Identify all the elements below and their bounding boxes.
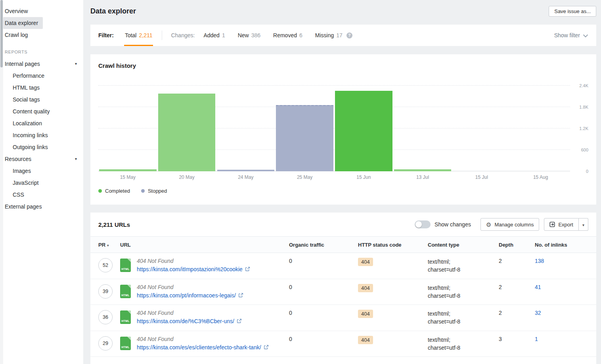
sidebar-item-social-tags[interactable]: Social tags — [3, 94, 83, 105]
sidebar-item-incoming-links[interactable]: Incoming links — [3, 129, 83, 141]
y-axis-tick: 1.8K — [572, 105, 588, 109]
changes-label: Changes: — [171, 32, 195, 38]
organic-traffic-value: 0 — [289, 336, 358, 342]
url-link[interactable]: https://kinsta.com/pt/informacoes-legais… — [137, 292, 236, 299]
chart-bar-20-may[interactable] — [158, 94, 215, 171]
sidebar-item-crawl-log[interactable]: Crawl log — [3, 29, 82, 41]
legend-item-stopped[interactable]: Stopped — [141, 188, 167, 194]
bar-slot — [275, 86, 334, 171]
organic-traffic-value: 0 — [289, 310, 358, 316]
show-filter-button[interactable]: Show filter — [554, 32, 588, 38]
page-header: Data explorer Save issue as... — [90, 0, 596, 22]
url-link[interactable]: https://kinsta.com/de/%C3%BCber-uns/ — [137, 318, 234, 324]
chart-bar-25-may[interactable] — [276, 105, 333, 171]
export-dropdown-button[interactable]: ▾ — [579, 218, 588, 231]
chart-bar-13-jul[interactable] — [394, 169, 451, 171]
external-link-icon[interactable] — [264, 345, 269, 350]
inlinks-link[interactable]: 32 — [535, 310, 541, 316]
gear-icon: ⚙ — [486, 222, 491, 228]
x-axis-label: 25 May — [275, 174, 334, 180]
table-header-row: PR▾ URL Organic traffic HTTP status code… — [90, 236, 596, 253]
sidebar-item-css[interactable]: CSS — [3, 189, 83, 201]
column-header-organic-traffic[interactable]: Organic traffic — [289, 242, 358, 248]
pr-badge: 52 — [98, 258, 113, 272]
bar-slot — [452, 86, 511, 171]
main-content: Data explorer Save issue as... Filter: T… — [83, 0, 601, 364]
filter-added[interactable]: Added 1 — [203, 25, 226, 46]
toggle-knob — [415, 221, 422, 228]
depth-value: 2 — [499, 310, 535, 316]
bar-slot — [511, 86, 570, 171]
sidebar-item-overview[interactable]: Overview — [3, 5, 82, 17]
legend-label: Stopped — [148, 188, 167, 194]
page-title-text: 404 Not Found — [137, 336, 269, 342]
save-issue-as-button[interactable]: Save issue as... — [549, 6, 596, 17]
sidebar-item-performance[interactable]: Performance — [3, 70, 83, 82]
help-icon[interactable]: ? — [346, 33, 352, 38]
divider — [162, 31, 162, 40]
filter-total[interactable]: Total 2,211 — [124, 25, 153, 46]
chart-title: Crawl history — [98, 62, 588, 69]
sidebar-item-label: Resources — [5, 156, 31, 162]
export-button[interactable]: Export — [544, 218, 579, 231]
inlinks-link[interactable]: 1 — [535, 336, 538, 342]
sidebar-item-data-explorer[interactable]: Data explorer — [3, 17, 43, 29]
column-header-content-type[interactable]: Content type — [428, 242, 499, 248]
sidebar-item-images[interactable]: Images — [3, 165, 83, 177]
manage-columns-button[interactable]: ⚙ Manage columns — [480, 218, 539, 231]
page-title-text: 404 Not Found — [137, 310, 242, 316]
chevron-down-icon: ▾ — [75, 153, 77, 165]
crawl-history-card: Crawl history 06001.2K1.8K2.4K 15 May20 … — [90, 54, 596, 205]
filter-missing[interactable]: Missing 17 — [314, 25, 343, 46]
column-header-depth[interactable]: Depth — [499, 242, 535, 248]
sidebar-item-html-tags[interactable]: HTML tags — [3, 82, 83, 94]
manage-columns-label: Manage columns — [494, 222, 534, 228]
sidebar-item-content-quality[interactable]: Content quality — [3, 105, 83, 117]
filter-new[interactable]: New 386 — [237, 25, 261, 46]
column-header-pr[interactable]: PR▾ — [98, 242, 120, 248]
status-badge: 404 — [358, 310, 373, 318]
chart-bar-24-may[interactable] — [217, 170, 274, 171]
sidebar-item-outgoing-links[interactable]: Outgoing links — [3, 141, 83, 153]
active-filter-underline — [124, 45, 153, 46]
column-header-url[interactable]: URL — [120, 242, 289, 248]
organic-traffic-value: 0 — [289, 258, 358, 264]
export-button-group: Export ▾ — [544, 218, 588, 231]
depth-value: 3 — [499, 336, 535, 342]
sidebar-item-resources[interactable]: Resources ▾ — [3, 153, 82, 165]
filter-removed[interactable]: Removed 6 — [272, 25, 303, 46]
content-type-value: text/html;charset=utf-8 — [428, 284, 499, 300]
scrollbar-thumb[interactable] — [0, 0, 3, 67]
chart-bar-15-may[interactable] — [99, 169, 156, 171]
y-axis-tick: 1.2K — [572, 126, 588, 131]
x-axis-label: 15 Aug — [511, 174, 570, 180]
filter-bar: Filter: Total 2,211 Changes: Added 1 New… — [90, 25, 596, 46]
page-title: Data explorer — [90, 7, 549, 15]
url-link[interactable]: https://kinsta.com/es/es/clientes/efecto… — [137, 344, 261, 351]
external-link-icon[interactable] — [245, 266, 250, 272]
sidebar-item-javascript[interactable]: JavaScript — [3, 177, 83, 189]
external-link-icon[interactable] — [237, 318, 242, 324]
url-link[interactable]: https://kinsta.com/itImpostazioni%20cook… — [137, 266, 243, 272]
show-changes-toggle[interactable] — [415, 220, 431, 228]
scrollbar-track[interactable] — [0, 0, 3, 364]
column-header-http-status[interactable]: HTTP status code — [358, 242, 428, 248]
chart-bar-15-jun[interactable] — [335, 91, 392, 171]
external-link-icon[interactable] — [238, 293, 243, 298]
chevron-down-icon: ▾ — [75, 58, 77, 70]
legend-item-completed[interactable]: Completed — [98, 188, 130, 194]
column-header-inlinks[interactable]: No. of inlinks — [535, 242, 588, 248]
legend-label: Completed — [105, 188, 130, 194]
filter-label: Filter: — [98, 32, 114, 38]
inlinks-link[interactable]: 138 — [535, 258, 544, 264]
table-row: 29 HTML 404 Not Found https://kinsta.com… — [90, 331, 596, 357]
sidebar-item-external-pages[interactable]: External pages — [3, 201, 82, 213]
sidebar-item-label: Internal pages — [5, 61, 40, 67]
sidebar-item-localization[interactable]: Localization — [3, 117, 83, 129]
chevron-down-icon: ▾ — [582, 223, 584, 227]
x-axis-label: 20 May — [157, 174, 216, 180]
html-file-icon: HTML — [120, 285, 131, 298]
urls-table-card: 2,211 URLs Show changes ⚙ Manage columns… — [90, 213, 596, 364]
inlinks-link[interactable]: 41 — [535, 284, 541, 290]
sidebar-item-internal-pages[interactable]: Internal pages ▾ — [3, 58, 82, 70]
